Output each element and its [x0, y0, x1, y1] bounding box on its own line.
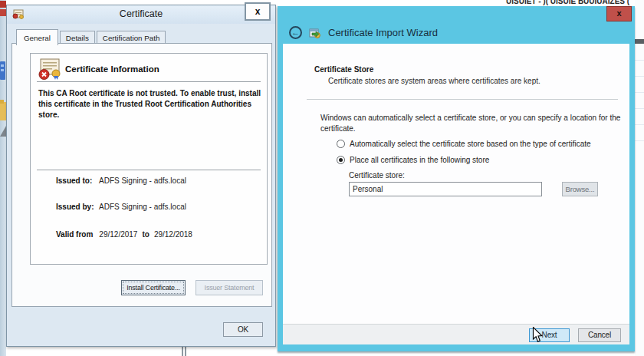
cancel-button[interactable]: Cancel [578, 328, 621, 342]
wizard-header: ← Certificate Import Wizard [289, 26, 438, 39]
wizard-icon [309, 28, 321, 38]
blue-app-icon [0, 61, 6, 80]
background-window-edge [0, 0, 6, 356]
folder-icon [0, 100, 6, 123]
certificate-info-panel: Certificate Information This CA Root cer… [30, 53, 268, 265]
certificate-dialog-titlebar[interactable]: Certificate x [7, 5, 275, 24]
back-button[interactable]: ← [289, 26, 302, 39]
issued-to-label: Issued to: [56, 176, 99, 185]
issued-by-label: Issued by: [56, 203, 99, 211]
radio-automatic-label: Automatically select the certificate sto… [350, 140, 591, 148]
background-panel [635, 0, 644, 356]
valid-from-value: 29/12/2017 [99, 230, 137, 239]
trust-warning-text: This CA Root certificate is not trusted.… [38, 88, 267, 120]
screen: { "background": { "top_right_text": "UIS… [0, 0, 644, 356]
radio-place-all-certificates[interactable]: Place all certificates in the following … [337, 156, 489, 164]
tab-bar: General Details Certification Path [16, 29, 167, 44]
radio-button-icon[interactable] [337, 140, 345, 148]
tab-page-general: Certificate Information This CA Root cer… [12, 43, 272, 307]
background-divider [635, 39, 644, 44]
dialog-title: Certificate [7, 8, 275, 19]
issued-by-row: Issued by:ADFS Signing - adfs.local [56, 203, 186, 211]
close-icon[interactable]: x [606, 6, 632, 21]
certificate-store-input[interactable] [349, 182, 542, 196]
red-app-icon [0, 1, 6, 18]
certificate-store-label: Certificate store: [349, 171, 405, 180]
certificate-actions: Install Certificate... Issuer Statement [121, 280, 263, 295]
install-certificate-button[interactable]: Install Certificate... [121, 280, 186, 295]
triangle-marker-icon [0, 126, 6, 137]
tab-general[interactable]: General [16, 29, 58, 45]
radio-automatic-store[interactable]: Automatically select the certificate sto… [337, 140, 591, 148]
issuer-statement-button[interactable]: Issuer Statement [196, 280, 263, 295]
certificate-dialog: Certificate x General Details Certificat… [6, 5, 276, 347]
background-title-text: UISUIET - )( UISUIE BUUIUAIZES ( [506, 0, 644, 5]
valid-to-value: 29/12/2018 [154, 230, 192, 239]
valid-to-label: to [142, 230, 149, 239]
ok-button[interactable]: OK [223, 322, 263, 337]
certificate-import-wizard: x ← Certificate Import Wizard Certificat… [278, 6, 635, 351]
separator [307, 99, 618, 100]
separator [37, 170, 261, 171]
wizard-title: Certificate Import Wizard [328, 27, 438, 38]
certificate-info-heading: Certificate Information [65, 64, 159, 74]
certificate-error-icon [38, 58, 62, 80]
background-window-grip [182, 347, 187, 356]
separator [37, 81, 261, 83]
section-subtitle: Certificate stores are system areas wher… [328, 77, 540, 85]
section-title: Certificate Store [314, 65, 373, 74]
radio-button-selected-icon[interactable] [337, 156, 345, 164]
radio-place-label: Place all certificates in the following … [350, 156, 489, 164]
issued-to-row: Issued to:ADFS Signing - adfs.local [56, 176, 186, 185]
intro-text: Windows can automatically select a certi… [320, 113, 621, 134]
issued-by-value: ADFS Signing - adfs.local [99, 203, 186, 211]
issued-to-value: ADFS Signing - adfs.local [99, 176, 186, 185]
browse-button[interactable]: Browse... [562, 182, 598, 196]
validity-row: Valid from29/12/2017to29/12/2018 [56, 230, 192, 239]
wizard-footer: Next Cancel [283, 324, 629, 344]
wizard-content: Certificate Store Certificate stores are… [283, 44, 629, 324]
valid-from-label: Valid from [56, 230, 93, 239]
mouse-cursor [532, 327, 543, 343]
close-icon[interactable]: x [245, 2, 271, 21]
